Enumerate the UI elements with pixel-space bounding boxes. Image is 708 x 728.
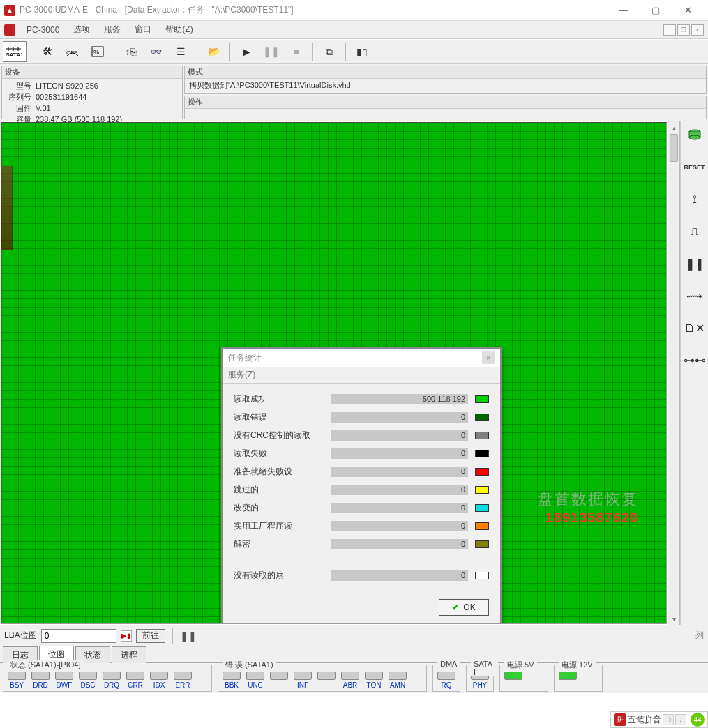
probe-icon[interactable]: ⎍ — [684, 220, 706, 243]
status-group-satai: SATA-I PHY — [466, 665, 494, 692]
ok-button-label: OK — [463, 602, 475, 612]
stat-swatch — [475, 450, 489, 457]
menu-options[interactable]: 选项 — [66, 22, 97, 37]
led-item: RQ — [437, 672, 455, 689]
lba-pause-icon[interactable]: ❚❚ — [180, 630, 197, 642]
operation-panel-header: 操作 — [185, 96, 706, 109]
ime-bar[interactable]: 拼 五笔拼音 ☽ ， 44 — [610, 711, 708, 728]
ok-button[interactable]: ✔ OK — [439, 599, 489, 616]
lba-label: LBA位图 — [4, 630, 37, 642]
stat-value: 0 — [331, 521, 468, 531]
menu-services[interactable]: 服务 — [97, 22, 128, 37]
minimize-button[interactable]: — — [608, 0, 640, 21]
tab-3[interactable]: 进程 — [112, 646, 146, 663]
folder-out-icon[interactable]: 📂 — [202, 41, 225, 62]
stat-row: 没有读取的扇0 — [234, 570, 489, 582]
stack-icon[interactable]: ☰ — [169, 41, 193, 62]
stat-label: 读取错误 — [234, 411, 324, 423]
device-key: 固件 — [6, 103, 31, 114]
close-button[interactable]: ✕ — [672, 0, 704, 21]
stat-value: 0 — [331, 412, 468, 423]
columns-icon[interactable]: ▮▯ — [350, 41, 374, 62]
led-light — [504, 672, 522, 680]
led-label: TON — [367, 681, 382, 689]
vpause-icon[interactable]: ❚❚ — [684, 252, 706, 275]
led-label: AMN — [390, 681, 405, 689]
maximize-button[interactable]: ▢ — [640, 0, 672, 21]
led-item: CRR — [126, 672, 144, 689]
play-button[interactable]: ▶ — [234, 41, 258, 62]
mdi-restore-button[interactable]: ❐ — [677, 24, 690, 36]
led-light — [8, 672, 26, 680]
stat-row: 读取成功500 118 192 — [234, 393, 489, 405]
stat-value: 0 — [331, 485, 468, 495]
lba-separator — [172, 628, 173, 644]
mdi-app-name[interactable]: PC-3000 — [20, 24, 66, 36]
scroll-thumb[interactable] — [670, 134, 678, 162]
dialog-menu[interactable]: 服务(Z) — [223, 367, 500, 384]
sata-label: SATA1 — [6, 52, 23, 58]
led-item: DSC — [79, 672, 97, 689]
reset-icon[interactable]: RESET — [684, 156, 706, 179]
stat-swatch — [475, 432, 489, 439]
toolbar-separator — [114, 43, 114, 61]
mdi-menubar: PC-3000 选项 服务 窗口 帮助(Z) _ ❐ × — [0, 21, 708, 39]
led-light — [31, 672, 50, 680]
ime-text: 五笔拼音 — [628, 714, 661, 726]
paper-x-icon[interactable]: 🗋✕ — [684, 317, 706, 339]
toolbar-separator — [345, 43, 346, 61]
led-light — [174, 672, 192, 680]
mdi-close-button[interactable]: × — [691, 24, 704, 36]
svg-text:%: % — [93, 49, 99, 56]
led-light — [559, 672, 577, 680]
menu-window[interactable]: 窗口 — [128, 22, 158, 37]
percent-icon[interactable]: % — [86, 41, 110, 62]
led-label: CRR — [128, 681, 143, 689]
window-title: PC-3000 UDMA-E - China - [Data Extractor… — [20, 4, 608, 16]
stat-label: 解密 — [234, 538, 324, 550]
connector-icon[interactable]: ⊶⊷ — [684, 349, 706, 371]
scroll-up-button[interactable]: ▴ — [668, 121, 679, 134]
stat-row: 解密0 — [234, 538, 489, 550]
sata-port-button[interactable]: SATA1 — [3, 41, 27, 62]
stat-value: 0 — [331, 503, 468, 513]
offset-icon[interactable]: OFF — [61, 41, 84, 62]
led-light — [437, 672, 455, 680]
stop-button[interactable]: ■ — [285, 41, 308, 62]
lba-input[interactable] — [41, 629, 116, 643]
goto-button[interactable]: 前往 — [136, 629, 165, 643]
stat-label: 读取成功 — [234, 393, 324, 405]
dialog-title: 任务统计 — [228, 352, 262, 364]
dialog-close-button[interactable]: × — [482, 351, 495, 364]
scroll-down-button[interactable]: ▾ — [668, 612, 679, 625]
menu-help[interactable]: 帮助(Z) — [158, 22, 199, 37]
io-icon[interactable]: ↕⎘ — [119, 41, 142, 62]
link-icon[interactable]: ⟿ — [684, 285, 706, 307]
stat-label: 实用工厂程序读 — [234, 520, 324, 532]
stat-value: 0 — [331, 448, 468, 459]
check-icon: ✔ — [452, 602, 459, 612]
gauge-icon[interactable]: ⟟ — [684, 188, 706, 211]
map-scrollbar[interactable]: ▴ ▾ — [668, 121, 680, 625]
ime-moon-icon[interactable]: ☽ — [663, 714, 674, 725]
mdi-minimize-button[interactable]: _ — [663, 24, 676, 36]
dialog-titlebar[interactable]: 任务统计 × — [223, 349, 500, 367]
led-label: DSC — [80, 681, 95, 689]
led-item — [504, 672, 522, 689]
lba-indicator-icon[interactable]: ▶▮ — [121, 630, 132, 642]
stat-value: 500 118 192 — [331, 394, 468, 404]
ime-punct-icon[interactable]: ， — [675, 714, 686, 725]
binoculars-icon[interactable]: 👓 — [144, 41, 167, 62]
mdi-app-icon — [4, 24, 15, 36]
copy-icon[interactable]: ⧉ — [317, 41, 341, 62]
sector-map[interactable]: 任务统计 × 服务(Z) 读取成功500 118 192读取错误0没有CRC控制… — [1, 122, 667, 624]
tools-icon[interactable]: 🛠 — [36, 41, 59, 62]
led-item: BBK — [223, 672, 241, 689]
pause-button[interactable]: ❚❚ — [259, 41, 283, 62]
status-group-dma: DMA RQ — [432, 665, 460, 692]
errors-group-title: 错 误 (SATA1) — [223, 660, 276, 670]
led-light — [341, 672, 359, 680]
led-light — [270, 672, 288, 680]
disk-icon[interactable] — [684, 124, 706, 146]
window-titlebar: ▲ PC-3000 UDMA-E - China - [Data Extract… — [0, 0, 708, 21]
